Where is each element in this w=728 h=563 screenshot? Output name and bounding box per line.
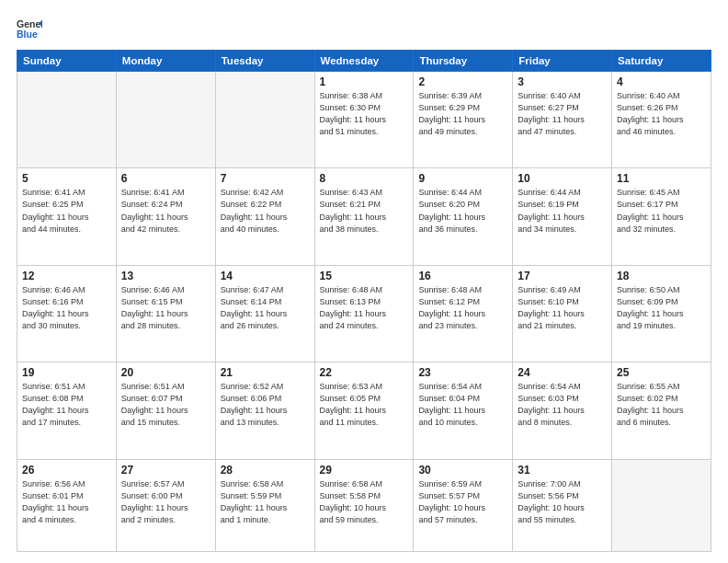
- day-info: Sunrise: 6:46 AM Sunset: 6:15 PM Dayligh…: [121, 284, 210, 332]
- calendar-cell: 7Sunrise: 6:42 AM Sunset: 6:22 PM Daylig…: [215, 168, 314, 265]
- day-info: Sunrise: 6:41 AM Sunset: 6:25 PM Dayligh…: [22, 187, 111, 235]
- day-number: 26: [22, 464, 111, 477]
- day-number: 8: [320, 172, 409, 185]
- week-row-4: 19Sunrise: 6:51 AM Sunset: 6:08 PM Dayli…: [17, 362, 711, 459]
- weekday-header-tuesday: Tuesday: [215, 51, 314, 72]
- calendar-cell: 29Sunrise: 6:58 AM Sunset: 5:58 PM Dayli…: [314, 459, 414, 551]
- day-info: Sunrise: 6:49 AM Sunset: 6:10 PM Dayligh…: [518, 284, 607, 332]
- week-row-5: 26Sunrise: 6:56 AM Sunset: 6:01 PM Dayli…: [17, 459, 711, 551]
- day-number: 19: [22, 366, 111, 379]
- calendar-cell: 16Sunrise: 6:48 AM Sunset: 6:12 PM Dayli…: [414, 265, 513, 362]
- calendar-cell: 5Sunrise: 6:41 AM Sunset: 6:25 PM Daylig…: [17, 168, 117, 265]
- header: General Blue: [17, 17, 711, 42]
- calendar-cell: 19Sunrise: 6:51 AM Sunset: 6:08 PM Dayli…: [17, 362, 117, 459]
- calendar-cell: 26Sunrise: 6:56 AM Sunset: 6:01 PM Dayli…: [17, 459, 117, 551]
- calendar-cell: 11Sunrise: 6:45 AM Sunset: 6:17 PM Dayli…: [612, 168, 711, 265]
- weekday-header-saturday: Saturday: [612, 51, 711, 72]
- calendar-cell: 3Sunrise: 6:40 AM Sunset: 6:27 PM Daylig…: [513, 72, 612, 168]
- day-info: Sunrise: 6:52 AM Sunset: 6:06 PM Dayligh…: [221, 381, 310, 429]
- day-number: 12: [22, 270, 111, 282]
- day-number: 20: [121, 366, 210, 379]
- day-info: Sunrise: 6:45 AM Sunset: 6:17 PM Dayligh…: [617, 187, 706, 235]
- day-number: 29: [320, 464, 409, 477]
- calendar-cell: 8Sunrise: 6:43 AM Sunset: 6:21 PM Daylig…: [314, 168, 414, 265]
- calendar-cell: 27Sunrise: 6:57 AM Sunset: 6:00 PM Dayli…: [116, 459, 215, 551]
- day-number: 5: [22, 172, 111, 185]
- day-info: Sunrise: 6:40 AM Sunset: 6:27 PM Dayligh…: [518, 90, 607, 138]
- calendar-cell: 30Sunrise: 6:59 AM Sunset: 5:57 PM Dayli…: [414, 459, 513, 551]
- calendar-cell: 25Sunrise: 6:55 AM Sunset: 6:02 PM Dayli…: [612, 362, 711, 459]
- calendar-cell: 22Sunrise: 6:53 AM Sunset: 6:05 PM Dayli…: [314, 362, 414, 459]
- calendar-cell: 15Sunrise: 6:48 AM Sunset: 6:13 PM Dayli…: [314, 265, 414, 362]
- calendar-cell: [17, 72, 117, 168]
- day-number: 21: [221, 366, 310, 379]
- weekday-header-friday: Friday: [513, 51, 612, 72]
- calendar-cell: [612, 459, 711, 551]
- day-info: Sunrise: 7:00 AM Sunset: 5:56 PM Dayligh…: [518, 478, 607, 526]
- day-info: Sunrise: 6:58 AM Sunset: 5:58 PM Dayligh…: [320, 478, 409, 526]
- day-info: Sunrise: 6:58 AM Sunset: 5:59 PM Dayligh…: [221, 478, 310, 526]
- calendar-body: 1Sunrise: 6:38 AM Sunset: 6:30 PM Daylig…: [17, 72, 711, 552]
- day-info: Sunrise: 6:59 AM Sunset: 5:57 PM Dayligh…: [418, 478, 507, 526]
- calendar-cell: 14Sunrise: 6:47 AM Sunset: 6:14 PM Dayli…: [215, 265, 314, 362]
- day-number: 22: [320, 366, 409, 379]
- calendar-cell: 6Sunrise: 6:41 AM Sunset: 6:24 PM Daylig…: [116, 168, 215, 265]
- day-number: 31: [518, 464, 607, 477]
- day-info: Sunrise: 6:54 AM Sunset: 6:03 PM Dayligh…: [518, 381, 607, 429]
- day-info: Sunrise: 6:40 AM Sunset: 6:26 PM Dayligh…: [617, 90, 706, 138]
- day-info: Sunrise: 6:48 AM Sunset: 6:13 PM Dayligh…: [320, 284, 409, 332]
- day-info: Sunrise: 6:54 AM Sunset: 6:04 PM Dayligh…: [418, 381, 507, 429]
- day-number: 1: [320, 75, 409, 88]
- day-number: 24: [518, 366, 607, 379]
- day-info: Sunrise: 6:50 AM Sunset: 6:09 PM Dayligh…: [617, 284, 706, 332]
- day-info: Sunrise: 6:53 AM Sunset: 6:05 PM Dayligh…: [320, 381, 409, 429]
- calendar-cell: 18Sunrise: 6:50 AM Sunset: 6:09 PM Dayli…: [612, 265, 711, 362]
- day-info: Sunrise: 6:41 AM Sunset: 6:24 PM Dayligh…: [121, 187, 210, 235]
- weekday-header-row: SundayMondayTuesdayWednesdayThursdayFrid…: [17, 51, 711, 72]
- calendar-cell: 31Sunrise: 7:00 AM Sunset: 5:56 PM Dayli…: [513, 459, 612, 551]
- calendar-cell: 20Sunrise: 6:51 AM Sunset: 6:07 PM Dayli…: [116, 362, 215, 459]
- day-info: Sunrise: 6:42 AM Sunset: 6:22 PM Dayligh…: [221, 187, 310, 235]
- day-info: Sunrise: 6:55 AM Sunset: 6:02 PM Dayligh…: [617, 381, 706, 429]
- logo: General Blue: [17, 17, 46, 42]
- week-row-3: 12Sunrise: 6:46 AM Sunset: 6:16 PM Dayli…: [17, 265, 711, 362]
- day-number: 15: [320, 270, 409, 282]
- day-number: 10: [518, 172, 607, 185]
- day-info: Sunrise: 6:47 AM Sunset: 6:14 PM Dayligh…: [221, 284, 310, 332]
- calendar-cell: 28Sunrise: 6:58 AM Sunset: 5:59 PM Dayli…: [215, 459, 314, 551]
- day-number: 23: [418, 366, 507, 379]
- day-info: Sunrise: 6:51 AM Sunset: 6:08 PM Dayligh…: [22, 381, 111, 429]
- day-info: Sunrise: 6:38 AM Sunset: 6:30 PM Dayligh…: [320, 90, 409, 138]
- calendar-cell: 2Sunrise: 6:39 AM Sunset: 6:29 PM Daylig…: [414, 72, 513, 168]
- weekday-header-thursday: Thursday: [414, 51, 513, 72]
- day-info: Sunrise: 6:56 AM Sunset: 6:01 PM Dayligh…: [22, 478, 111, 526]
- day-number: 18: [617, 270, 706, 282]
- day-number: 9: [418, 172, 507, 185]
- day-info: Sunrise: 6:44 AM Sunset: 6:20 PM Dayligh…: [418, 187, 507, 235]
- day-info: Sunrise: 6:46 AM Sunset: 6:16 PM Dayligh…: [22, 284, 111, 332]
- calendar-cell: 4Sunrise: 6:40 AM Sunset: 6:26 PM Daylig…: [612, 72, 711, 168]
- calendar-cell: 10Sunrise: 6:44 AM Sunset: 6:19 PM Dayli…: [513, 168, 612, 265]
- svg-text:Blue: Blue: [17, 29, 38, 40]
- logo-icon: General Blue: [17, 17, 42, 42]
- weekday-header-monday: Monday: [116, 51, 215, 72]
- calendar-cell: 17Sunrise: 6:49 AM Sunset: 6:10 PM Dayli…: [513, 265, 612, 362]
- calendar-cell: 24Sunrise: 6:54 AM Sunset: 6:03 PM Dayli…: [513, 362, 612, 459]
- calendar-cell: [116, 72, 215, 168]
- day-info: Sunrise: 6:44 AM Sunset: 6:19 PM Dayligh…: [518, 187, 607, 235]
- day-info: Sunrise: 6:39 AM Sunset: 6:29 PM Dayligh…: [418, 90, 507, 138]
- day-number: 3: [518, 75, 607, 88]
- day-number: 17: [518, 270, 607, 282]
- day-number: 28: [221, 464, 310, 477]
- day-info: Sunrise: 6:51 AM Sunset: 6:07 PM Dayligh…: [121, 381, 210, 429]
- day-number: 7: [221, 172, 310, 185]
- day-info: Sunrise: 6:57 AM Sunset: 6:00 PM Dayligh…: [121, 478, 210, 526]
- week-row-2: 5Sunrise: 6:41 AM Sunset: 6:25 PM Daylig…: [17, 168, 711, 265]
- day-info: Sunrise: 6:48 AM Sunset: 6:12 PM Dayligh…: [418, 284, 507, 332]
- weekday-header-sunday: Sunday: [17, 51, 117, 72]
- calendar-cell: 21Sunrise: 6:52 AM Sunset: 6:06 PM Dayli…: [215, 362, 314, 459]
- day-number: 14: [221, 270, 310, 282]
- day-number: 6: [121, 172, 210, 185]
- day-number: 13: [121, 270, 210, 282]
- calendar-cell: 13Sunrise: 6:46 AM Sunset: 6:15 PM Dayli…: [116, 265, 215, 362]
